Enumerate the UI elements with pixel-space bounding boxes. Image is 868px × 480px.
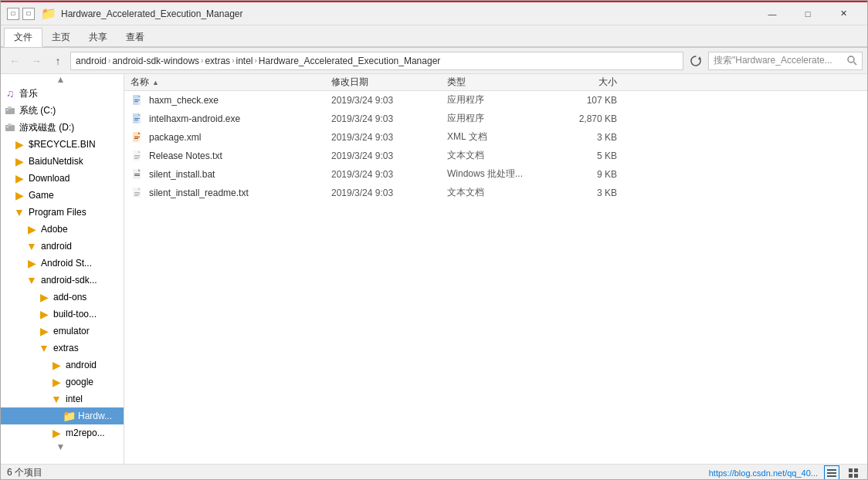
sidebar-label-music: 音乐 [19,87,38,100]
sidebar-item-download[interactable]: ▶ Download [1,170,124,187]
folder-program-icon: ▼ [13,206,25,218]
sidebar-scroll-down[interactable]: ▼ [1,441,124,452]
title-bar: □ □ 📁 Hardware_Accelerated_Execution_Man… [1,1,867,25]
sidebar-item-android[interactable]: ▼ android [1,238,124,255]
file-size-0: 107 KB [555,95,617,106]
file-row-2[interactable]: package.xml 2019/3/24 9:03 XML 文档 3 KB [124,128,867,147]
sidebar-item-adobe[interactable]: ▶ Adobe [1,221,124,238]
sidebar-label-c-drive: 系统 (C:) [19,104,56,117]
sidebar-item-haxm[interactable]: 📁 Hardw... [1,407,124,424]
up-button[interactable]: ↑ [49,52,67,70]
folder-haxm-icon: 📁 [63,410,75,422]
path-label-2: android-sdk-windows [112,56,199,66]
file-type-4: Windows 批处理... [447,167,555,181]
svg-rect-39 [827,472,836,474]
svg-rect-35 [134,192,140,193]
svg-rect-27 [134,157,140,157]
file-row-4[interactable]: silent_install.bat 2019/3/24 9:03 Window… [124,165,867,184]
search-input[interactable]: 搜索"Hardware_Accelerate... [708,52,863,70]
file-date-4: 2019/3/24 9:03 [331,169,447,180]
file-date-3: 2019/3/24 9:03 [331,150,447,161]
sidebar-item-recycle[interactable]: ▶ $RECYCLE.BIN [1,136,124,153]
folder-download-icon: ▶ [13,172,25,184]
sort-arrow-icon: ▲ [152,79,159,86]
file-row-1[interactable]: intelhaxm-android.exe 2019/3/24 9:03 应用程… [124,110,867,128]
view-tiles-icon [848,468,859,478]
file-name-0: haxm_check.exe [149,95,331,106]
path-segment-1: android [76,56,107,66]
file-list-header: 名称 ▲ 修改日期 类型 大小 [124,74,867,91]
file-size-5: 3 KB [555,188,617,198]
svg-rect-38 [827,469,836,471]
column-header-type[interactable]: 类型 [447,76,555,89]
file-name-1: intelhaxm-android.exe [149,113,331,124]
sidebar-item-build-tools[interactable]: ▶ build-too... [1,306,124,323]
main-layout: ▲ ♫ 音乐 系统 (C:) 游戏磁盘 (D:) ▶ $RECYCLE.BIN … [1,74,867,464]
sidebar-label-emulator: emulator [53,326,90,336]
sidebar-label-recycle: $RECYCLE.BIN [29,139,96,150]
folder-adobe-icon: ▶ [25,223,38,235]
tab-share[interactable]: 共享 [80,28,117,46]
drive-c-icon [4,104,16,117]
sidebar-label-m2repo: m2repo... [66,428,105,438]
tab-home[interactable]: 主页 [42,28,80,46]
file-icon-2 [131,130,144,144]
maximize-button[interactable]: □ [790,2,826,26]
sidebar-item-android-sdk[interactable]: ▼ android-sdk... [1,272,124,289]
sidebar-item-program-files[interactable]: ▼ Program Files [1,204,124,221]
sidebar-item-c-drive[interactable]: 系统 (C:) [1,102,124,119]
sidebar-item-extras-android[interactable]: ▶ android [1,357,124,374]
sidebar-scroll-up[interactable]: ▲ [1,74,124,85]
sidebar-item-d-drive[interactable]: 游戏磁盘 (D:) [1,119,124,136]
path-label-3: extras [205,56,230,66]
sidebar-item-extras[interactable]: ▼ extras [1,340,124,357]
file-row-0[interactable]: haxm_check.exe 2019/3/24 9:03 应用程序 107 K… [124,91,867,110]
address-bar: ← → ↑ android › android-sdk-windows › ex… [1,48,867,74]
sidebar-item-google[interactable]: ▶ google [1,374,124,390]
path-sep-4: › [254,56,256,65]
address-path[interactable]: android › android-sdk-windows › extras ›… [70,52,683,70]
folder-game-icon: ▶ [13,189,25,201]
sidebar-item-music[interactable]: ♫ 音乐 [1,85,124,102]
sidebar-label-adobe: Adobe [41,224,68,235]
path-segment-current: Hardware_Accelerated_Execution_Manager [259,56,440,66]
sidebar-item-game[interactable]: ▶ Game [1,187,124,204]
svg-rect-23 [134,138,138,139]
folder-intel-icon: ▼ [50,393,63,405]
view-tiles-button[interactable] [846,465,861,481]
svg-rect-22 [134,137,140,137]
file-icon-4 [131,167,144,181]
file-row-5[interactable]: silent_install_readme.txt 2019/3/24 9:03… [124,184,867,202]
sidebar-item-baidu[interactable]: ▶ BaiduNetdisk [1,153,124,170]
refresh-button[interactable] [687,52,705,70]
column-header-date[interactable]: 修改日期 [331,76,447,89]
file-icon-1 [131,112,144,126]
back-button[interactable]: ← [5,52,24,70]
sidebar-label-android: android [41,241,72,252]
folder-build-icon: ▶ [38,308,50,320]
sidebar-label-android-studio: Android St... [41,258,92,269]
svg-rect-28 [134,158,138,159]
svg-rect-40 [827,475,836,477]
sidebar-item-emulator[interactable]: ▶ emulator [1,323,124,340]
file-row-3[interactable]: Release Notes.txt 2019/3/24 9:03 文本文档 5 … [124,147,867,165]
tab-view[interactable]: 查看 [117,28,154,46]
close-button[interactable]: ✕ [826,2,861,26]
path-segment-3: extras [205,56,230,66]
svg-rect-3 [5,108,15,114]
sidebar-item-intel[interactable]: ▼ intel [1,390,124,407]
title-controls: — □ ✕ [754,2,861,26]
file-icon-0 [131,93,144,107]
file-date-0: 2019/3/24 9:03 [331,95,447,106]
sidebar-item-m2repo[interactable]: ▶ m2repo... [1,424,124,441]
column-header-size[interactable]: 大小 [555,76,617,89]
tab-file[interactable]: 文件 [4,28,42,47]
forward-button[interactable]: → [27,52,46,70]
sidebar-item-add-ons[interactable]: ▶ add-ons [1,289,124,306]
column-header-name[interactable]: 名称 ▲ [131,76,331,89]
sidebar-item-android-studio[interactable]: ▶ Android St... [1,255,124,272]
search-icon [847,56,857,66]
view-details-button[interactable] [824,465,839,481]
sidebar: ▲ ♫ 音乐 系统 (C:) 游戏磁盘 (D:) ▶ $RECYCLE.BIN … [1,74,124,464]
minimize-button[interactable]: — [754,2,790,26]
